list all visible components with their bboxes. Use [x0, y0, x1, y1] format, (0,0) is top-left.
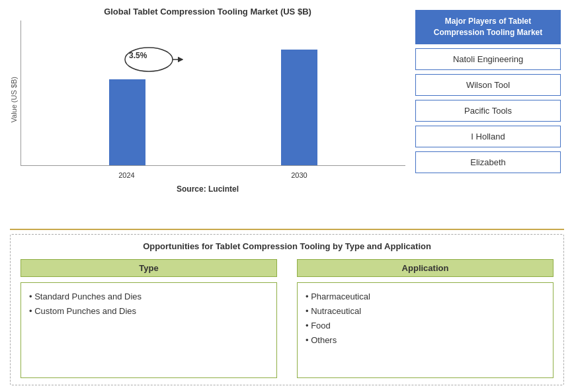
bar-group-2030 — [281, 50, 317, 165]
section-divider — [10, 229, 564, 230]
y-axis-label: Value (US $B) — [10, 77, 18, 123]
bottom-columns: Type Standard Punches and Dies Custom Pu… — [20, 259, 554, 379]
player-wilson: Wilson Tool — [415, 74, 561, 96]
player-natoli: Natoli Engineering — [415, 48, 561, 70]
player-elizabeth: Elizabeth — [415, 151, 561, 173]
type-item-1: Standard Punches and Dies — [29, 290, 268, 304]
application-content: Pharmaceutical Nutraceutical Food Others — [297, 282, 554, 379]
bar-2024 — [109, 79, 145, 165]
type-column: Type Standard Punches and Dies Custom Pu… — [20, 259, 277, 379]
type-header: Type — [20, 259, 277, 277]
players-title: Major Players of Tablet Compression Tool… — [415, 10, 561, 44]
bar-group-2024 — [109, 79, 145, 165]
type-content: Standard Punches and Dies Custom Punches… — [20, 282, 277, 379]
bar-2030 — [281, 50, 317, 165]
type-item-2: Custom Punches and Dies — [29, 304, 268, 319]
source-text: Source: Lucintel — [177, 184, 239, 194]
bottom-title: Opportunities for Tablet Compression Too… — [20, 241, 554, 251]
bar-label-2030: 2030 — [291, 171, 307, 179]
chart-title: Global Tablet Compression Tooling Market… — [104, 7, 311, 17]
app-item-pharma: Pharmaceutical — [306, 290, 545, 304]
top-section: Global Tablet Compression Tooling Market… — [10, 7, 564, 225]
chart-area: Global Tablet Compression Tooling Market… — [10, 7, 405, 225]
app-item-nutra: Nutraceutical — [306, 304, 545, 319]
application-header: Application — [297, 259, 554, 277]
application-column: Application Pharmaceutical Nutraceutical… — [297, 259, 554, 379]
bars-container: 3.5% — [20, 20, 405, 166]
bottom-section: Opportunities for Tablet Compression Too… — [10, 234, 564, 386]
chart-wrapper: Value (US $B) — [10, 20, 405, 179]
player-pacific: Pacific Tools — [415, 100, 561, 122]
player-iholland: I Holland — [415, 126, 561, 147]
main-container: Global Tablet Compression Tooling Market… — [0, 0, 574, 392]
app-item-food: Food — [306, 319, 545, 333]
chart-plot: 3.5% 2024 2030 — [20, 20, 405, 179]
app-item-others: Others — [306, 333, 545, 348]
bar-label-2024: 2024 — [118, 171, 134, 179]
players-sidebar: Major Players of Tablet Compression Tool… — [412, 7, 564, 225]
annotation-value: 3.5% — [129, 51, 147, 60]
